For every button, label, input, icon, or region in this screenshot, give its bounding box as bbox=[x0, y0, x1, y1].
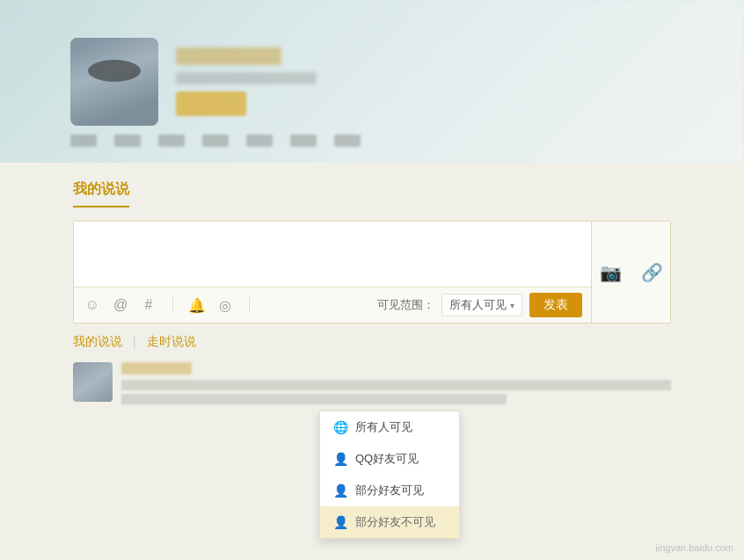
at-button[interactable]: @ bbox=[111, 295, 130, 315]
main-content: 我的说说 ☺ @ # 🔔 ◎ bbox=[0, 163, 744, 560]
bell-button[interactable]: 🔔 bbox=[187, 295, 207, 315]
nav-item[interactable] bbox=[246, 135, 273, 147]
dropdown-label-some: 部分好友可见 bbox=[355, 483, 424, 498]
toolbar-left: ☺ @ # 🔔 ◎ bbox=[83, 295, 377, 315]
post-toolbar: ☺ @ # 🔔 ◎ 可见范围： 所有人可见 ▾ bbox=[74, 287, 591, 323]
nav-item[interactable] bbox=[114, 135, 141, 147]
visibility-label: 可见范围： bbox=[377, 297, 434, 313]
person-icon: 👤 bbox=[332, 451, 348, 467]
profile-nav bbox=[70, 127, 674, 154]
dropdown-label-not: 部分好友不可见 bbox=[355, 514, 435, 530]
profile-info bbox=[176, 47, 317, 116]
media-sidebar: 📷 🔗 bbox=[591, 222, 670, 323]
nav-item[interactable] bbox=[290, 135, 317, 147]
person-icon2: 👤 bbox=[332, 483, 348, 498]
camera-button[interactable]: 📷 bbox=[596, 258, 624, 287]
section-title: 我的说说 bbox=[73, 180, 129, 207]
visibility-dropdown-menu: 🌐 所有人可见 👤 QQ好友可见 👤 部分好友可见 👤 部分好友不可见 bbox=[319, 411, 460, 539]
post-text-line2 bbox=[121, 394, 507, 404]
post-box: ☺ @ # 🔔 ◎ 可见范围： 所有人可见 ▾ bbox=[73, 221, 671, 324]
link-button[interactable]: 🔗 bbox=[638, 258, 666, 287]
avatar bbox=[70, 38, 158, 126]
hash-button[interactable]: # bbox=[139, 295, 158, 315]
toolbar-separator2 bbox=[249, 297, 250, 313]
submit-button[interactable]: 发表 bbox=[529, 293, 582, 317]
toolbar-right: 可见范围： 所有人可见 ▾ 发表 bbox=[377, 293, 582, 317]
profile-name-blur bbox=[176, 47, 281, 65]
dropdown-item-all[interactable]: 🌐 所有人可见 bbox=[320, 411, 459, 443]
profile-sub bbox=[176, 72, 317, 84]
location-button[interactable]: ◎ bbox=[215, 295, 235, 315]
visibility-dropdown[interactable]: 所有人可见 ▾ bbox=[441, 294, 522, 316]
tab-my-posts[interactable]: 我的说说 bbox=[73, 334, 122, 350]
watermark: jingyan.baidu.com bbox=[655, 542, 733, 553]
nav-item[interactable] bbox=[334, 135, 361, 147]
post-input-main: ☺ @ # 🔔 ◎ 可见范围： 所有人可见 ▾ bbox=[74, 222, 591, 323]
post-textarea[interactable] bbox=[74, 222, 591, 283]
nav-item[interactable] bbox=[70, 135, 97, 147]
tab-separator: | bbox=[133, 335, 136, 349]
content-wrapper: 我的说说 ☺ @ # 🔔 ◎ bbox=[64, 163, 680, 431]
profile-section bbox=[0, 0, 744, 163]
post-text-line1 bbox=[121, 380, 671, 390]
chevron-down-icon: ▾ bbox=[510, 301, 514, 310]
person-block-icon: 👤 bbox=[332, 514, 348, 530]
dropdown-label-all: 所有人可见 bbox=[355, 419, 412, 435]
visibility-value: 所有人可见 bbox=[449, 297, 507, 313]
emoji-button[interactable]: ☺ bbox=[83, 295, 102, 315]
toolbar-separator bbox=[172, 297, 173, 313]
post-item bbox=[73, 362, 671, 404]
post-input-wrapper: ☺ @ # 🔔 ◎ 可见范围： 所有人可见 ▾ bbox=[74, 222, 670, 323]
post-username-blur bbox=[121, 362, 192, 375]
nav-item[interactable] bbox=[202, 135, 229, 147]
dropdown-item-qq[interactable]: 👤 QQ好友可见 bbox=[320, 443, 459, 475]
tab-row: 我的说说 | 走时说说 bbox=[73, 334, 671, 350]
globe-icon: 🌐 bbox=[332, 419, 348, 435]
tab-timeline[interactable]: 走时说说 bbox=[147, 334, 196, 350]
dropdown-item-some[interactable]: 👤 部分好友可见 bbox=[320, 475, 459, 506]
profile-action-btn[interactable] bbox=[176, 91, 246, 116]
avatar-face bbox=[70, 38, 158, 126]
dropdown-item-not[interactable]: 👤 部分好友不可见 bbox=[320, 506, 459, 538]
post-content bbox=[121, 362, 671, 404]
nav-item[interactable] bbox=[158, 135, 185, 147]
dropdown-label-qq: QQ好友可见 bbox=[355, 451, 419, 467]
post-avatar bbox=[73, 362, 113, 402]
